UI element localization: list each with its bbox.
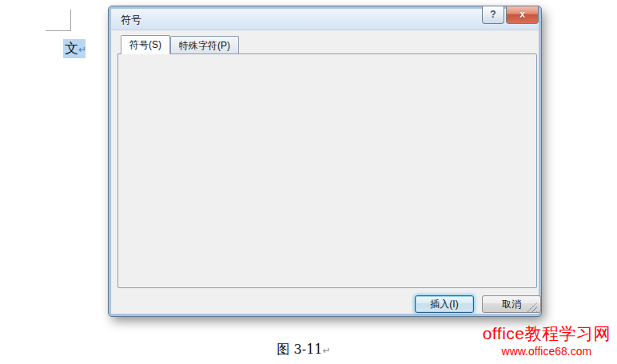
watermark-site-name: office教程学习网 bbox=[483, 322, 611, 345]
paragraph-mark: ↵ bbox=[322, 345, 330, 356]
tab-special-chars[interactable]: 特殊字符(P) bbox=[170, 36, 239, 53]
figure-caption: 图 3-11↵ bbox=[240, 342, 368, 358]
document-selected-text[interactable]: 文↵ bbox=[63, 39, 86, 58]
page-margin-mark-horizontal bbox=[46, 30, 70, 31]
dialog-titlebar[interactable]: 符号 bbox=[111, 9, 539, 30]
watermark: office教程学习网 www.office68.com bbox=[483, 322, 611, 358]
symbols-tab-page bbox=[117, 53, 537, 288]
close-button[interactable]: x bbox=[506, 6, 539, 24]
figure-caption-text: 图 3-11 bbox=[277, 342, 322, 357]
watermark-url: www.office68.com bbox=[483, 345, 611, 358]
dialog-title: 符号 bbox=[121, 13, 141, 27]
paragraph-mark: ↵ bbox=[78, 44, 86, 55]
inserted-char: 文 bbox=[65, 41, 78, 56]
insert-button[interactable]: 插入(I) bbox=[415, 295, 474, 313]
help-button[interactable]: ? bbox=[482, 6, 504, 24]
symbol-dialog: 符号 ? x 符号(S) 特殊字符(P) 字体(F): (普通文本) ▼ 子集(… bbox=[109, 6, 541, 316]
resize-grip[interactable] bbox=[527, 302, 537, 312]
page-margin-mark-vertical bbox=[70, 10, 71, 31]
tab-symbols[interactable]: 符号(S) bbox=[121, 35, 170, 54]
